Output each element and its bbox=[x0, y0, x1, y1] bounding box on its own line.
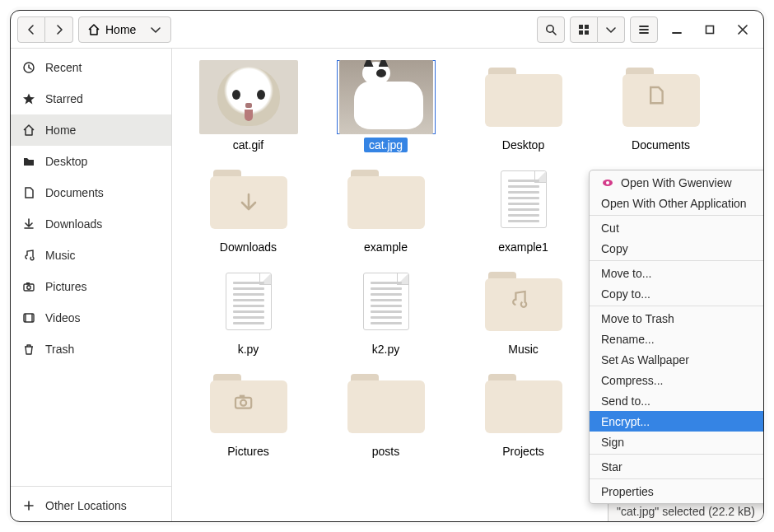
thumbnail bbox=[199, 162, 298, 236]
context-menu-item[interactable]: Move to Trash Delete bbox=[590, 308, 763, 329]
file-label: cat.jpg bbox=[364, 138, 408, 152]
context-menu-item[interactable]: Sign bbox=[590, 432, 763, 452]
file-item[interactable]: Desktop bbox=[455, 55, 591, 154]
sidebar-item-label: Pictures bbox=[45, 280, 87, 293]
file-item[interactable]: k.py bbox=[180, 259, 316, 358]
path-dropdown[interactable] bbox=[142, 16, 169, 43]
thumbnail bbox=[474, 264, 573, 338]
context-menu: Open With Gwenview ReturnOpen With Other… bbox=[589, 170, 763, 504]
camera-icon bbox=[22, 280, 35, 293]
file-item[interactable]: posts bbox=[318, 362, 454, 460]
sidebar-item-starred[interactable]: Starred bbox=[11, 83, 171, 114]
sidebar-item-label: Music bbox=[45, 249, 76, 262]
thumbnail bbox=[474, 162, 573, 236]
context-menu-label: Copy bbox=[601, 242, 628, 255]
sidebar-item-home[interactable]: Home bbox=[11, 114, 171, 146]
close-button[interactable] bbox=[729, 16, 757, 43]
sidebar-item-recent[interactable]: Recent bbox=[11, 52, 171, 83]
sidebar-item-label: Videos bbox=[45, 311, 81, 324]
file-item[interactable]: Projects bbox=[455, 362, 591, 460]
thumbnail bbox=[337, 60, 436, 134]
sidebar-item-label: Starred bbox=[45, 92, 83, 105]
context-menu-item[interactable]: Open With Gwenview Return bbox=[590, 172, 763, 193]
file-pane[interactable]: cat.gif cat.jpg Desktop Documents Downlo… bbox=[172, 49, 763, 521]
file-label: k2.py bbox=[367, 342, 404, 357]
context-menu-item[interactable]: Open With Other Application bbox=[590, 193, 763, 213]
forward-button[interactable] bbox=[45, 16, 73, 43]
context-menu-label: Open With Other Application bbox=[601, 197, 747, 210]
file-item[interactable]: cat.jpg bbox=[318, 55, 454, 154]
context-menu-item[interactable]: Cut Ctrl+X bbox=[590, 217, 763, 238]
file-item[interactable]: Documents bbox=[593, 55, 729, 154]
sidebar-other-locations[interactable]: Other Locations bbox=[11, 490, 171, 521]
window: Home Recent Starred Home Desktop bbox=[10, 10, 764, 522]
context-menu-item[interactable]: Copy to... bbox=[590, 283, 763, 304]
context-menu-item[interactable]: Rename... F2 bbox=[590, 329, 763, 349]
file-item[interactable]: example bbox=[318, 157, 454, 256]
back-button[interactable] bbox=[17, 16, 45, 43]
video-icon bbox=[22, 311, 35, 324]
plus-icon bbox=[22, 499, 35, 512]
context-menu-label: Open With Gwenview bbox=[621, 176, 732, 189]
hamburger-menu[interactable] bbox=[630, 16, 658, 43]
path-bar[interactable]: Home bbox=[78, 16, 171, 43]
search-button[interactable] bbox=[537, 16, 565, 43]
maximize-button[interactable] bbox=[696, 16, 724, 43]
file-item[interactable]: Downloads bbox=[180, 157, 316, 256]
thumbnail bbox=[199, 264, 298, 338]
thumbnail bbox=[612, 60, 711, 134]
context-menu-item[interactable]: Copy Ctrl+C bbox=[590, 238, 763, 259]
sidebar-item-trash[interactable]: Trash bbox=[11, 334, 171, 365]
thumbnail bbox=[199, 366, 298, 441]
clock-icon bbox=[22, 61, 35, 74]
file-label: Music bbox=[503, 342, 543, 357]
file-label: example bbox=[359, 240, 413, 254]
path-segment-home[interactable]: Home bbox=[81, 18, 142, 41]
sidebar-item-documents[interactable]: Documents bbox=[11, 177, 171, 208]
context-menu-label: Star bbox=[601, 460, 622, 474]
context-menu-item[interactable]: Set As Wallpaper bbox=[590, 349, 763, 370]
sidebar-item-desktop[interactable]: Desktop bbox=[11, 146, 171, 177]
context-menu-label: Cut bbox=[601, 222, 619, 235]
view-options-button[interactable] bbox=[598, 16, 625, 43]
nav-group bbox=[17, 16, 73, 43]
file-label: k.py bbox=[233, 342, 264, 357]
context-menu-item[interactable]: Compress... bbox=[590, 370, 763, 390]
context-menu-label: Set As Wallpaper bbox=[601, 353, 689, 366]
context-menu-item[interactable]: Properties Ctrl+I bbox=[590, 481, 763, 502]
icon-view-button[interactable] bbox=[570, 16, 598, 43]
file-label: cat.gif bbox=[228, 138, 268, 152]
sidebar-item-downloads[interactable]: Downloads bbox=[11, 208, 171, 240]
context-menu-item[interactable]: Star bbox=[590, 456, 763, 477]
minimize-button[interactable] bbox=[663, 16, 691, 43]
sidebar-item-videos[interactable]: Videos bbox=[11, 302, 171, 334]
sidebar-item-label: Desktop bbox=[45, 155, 87, 168]
file-label: Documents bbox=[627, 138, 695, 152]
music-icon bbox=[22, 249, 35, 262]
context-menu-item[interactable]: Send to... bbox=[590, 390, 763, 411]
context-menu-label: Sign bbox=[601, 436, 624, 449]
context-menu-label: Rename... bbox=[601, 333, 655, 346]
context-menu-item[interactable]: Encrypt... bbox=[590, 411, 763, 432]
file-item[interactable]: k2.py bbox=[318, 259, 454, 358]
sidebar-item-label: Trash bbox=[45, 343, 74, 356]
file-label: Pictures bbox=[222, 444, 274, 459]
home-icon bbox=[22, 124, 35, 137]
file-item[interactable]: Pictures bbox=[180, 362, 316, 460]
sidebar-item-music[interactable]: Music bbox=[11, 240, 171, 271]
context-menu-label: Copy to... bbox=[601, 287, 650, 301]
path-home-label: Home bbox=[105, 23, 136, 36]
file-icon bbox=[22, 186, 35, 199]
sidebar-item-label: Recent bbox=[45, 61, 82, 74]
context-menu-label: Encrypt... bbox=[601, 415, 650, 428]
file-label: Desktop bbox=[497, 138, 549, 152]
file-item[interactable]: cat.gif bbox=[180, 55, 316, 154]
context-menu-item[interactable]: Move to... bbox=[590, 263, 763, 283]
file-item[interactable]: example1 bbox=[455, 157, 591, 256]
sidebar-item-pictures[interactable]: Pictures bbox=[11, 271, 171, 302]
file-item[interactable]: Music bbox=[455, 259, 591, 358]
file-label: posts bbox=[367, 444, 404, 459]
view-group bbox=[570, 16, 625, 43]
folder-icon bbox=[22, 155, 35, 168]
context-menu-label: Properties bbox=[601, 485, 654, 498]
